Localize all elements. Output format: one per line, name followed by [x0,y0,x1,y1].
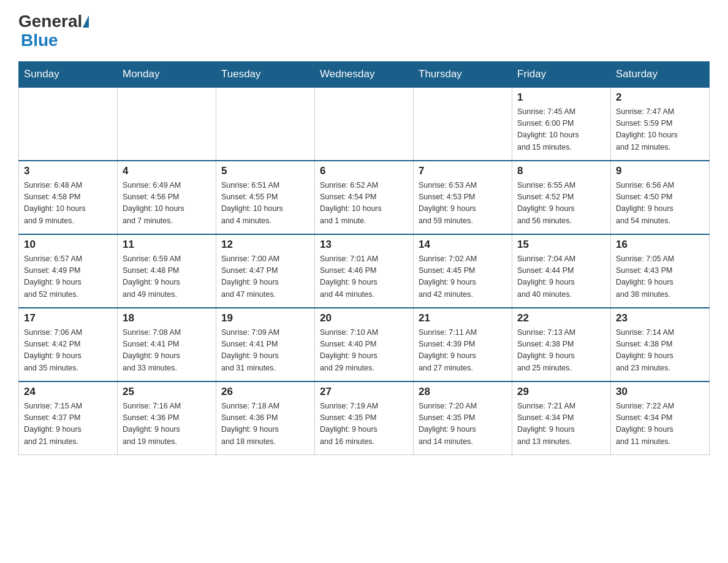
table-cell: 20Sunrise: 7:10 AMSunset: 4:40 PMDayligh… [315,308,414,381]
logo-blue-text: Blue [21,31,58,50]
day-info-text: Sunrise: 6:48 AM [24,180,112,191]
day-info-text: Daylight: 10 hours [123,203,211,215]
day-number: 1 [517,91,605,104]
day-info-text: and 11 minutes. [616,436,704,448]
table-cell: 26Sunrise: 7:18 AMSunset: 4:36 PMDayligh… [216,381,315,455]
day-info-text: and 9 minutes. [24,215,112,227]
table-cell: 19Sunrise: 7:09 AMSunset: 4:41 PMDayligh… [216,308,315,381]
day-info-text: and 42 minutes. [419,289,507,301]
day-info-text: Sunset: 4:54 PM [320,191,408,203]
logo-triangle-icon [83,15,89,28]
day-info-text: Sunrise: 7:21 AM [517,400,605,412]
day-info-text: and 15 minutes. [517,142,605,153]
day-number: 10 [24,239,112,251]
day-info-text: Daylight: 9 hours [517,424,605,435]
day-info-text: Sunrise: 7:45 AM [517,106,605,118]
day-info-text: Sunset: 4:49 PM [24,265,112,277]
day-info-text: Sunrise: 7:22 AM [616,400,704,412]
day-info-text: Daylight: 10 hours [24,203,112,215]
day-info-text: Daylight: 10 hours [517,129,605,141]
day-info-text: Sunrise: 7:01 AM [320,253,408,265]
header-tuesday: Tuesday [216,61,315,87]
day-number: 23 [616,312,704,324]
day-info-text: Sunrise: 7:20 AM [419,400,507,412]
day-number: 12 [221,239,309,251]
day-info-text: Sunset: 5:59 PM [616,118,704,129]
table-cell: 8Sunrise: 6:55 AMSunset: 4:52 PMDaylight… [512,161,611,234]
day-info-text: and 31 minutes. [221,362,309,374]
table-cell: 29Sunrise: 7:21 AMSunset: 4:34 PMDayligh… [512,381,611,455]
day-info-text: Daylight: 9 hours [24,277,112,288]
day-info-text: Sunrise: 6:55 AM [517,180,605,191]
day-info-text: Daylight: 9 hours [24,350,112,362]
table-cell: 25Sunrise: 7:16 AMSunset: 4:36 PMDayligh… [118,381,216,455]
day-number: 27 [320,386,408,398]
day-number: 13 [320,239,408,251]
day-info-text: and 27 minutes. [419,362,507,374]
day-number: 5 [221,165,309,177]
day-info-text: Sunset: 4:38 PM [616,339,704,350]
table-cell [414,87,512,161]
day-info-text: and 14 minutes. [419,436,507,448]
table-cell: 27Sunrise: 7:19 AMSunset: 4:35 PMDayligh… [315,381,414,455]
day-number: 14 [419,239,507,251]
table-cell: 12Sunrise: 7:00 AMSunset: 4:47 PMDayligh… [216,234,315,308]
table-cell [19,87,118,161]
day-number: 7 [419,165,507,177]
day-info-text: Sunrise: 6:49 AM [123,180,211,191]
day-info-text: Daylight: 9 hours [123,350,211,362]
day-info-text: Daylight: 9 hours [221,424,309,435]
day-info-text: Daylight: 9 hours [616,277,704,288]
day-info-text: Daylight: 9 hours [616,424,704,435]
day-info-text: and 29 minutes. [320,362,408,374]
table-cell: 13Sunrise: 7:01 AMSunset: 4:46 PMDayligh… [315,234,414,308]
day-info-text: and 25 minutes. [517,362,605,374]
day-info-text: Sunset: 4:40 PM [320,339,408,350]
day-info-text: Daylight: 10 hours [221,203,309,215]
table-cell: 28Sunrise: 7:20 AMSunset: 4:35 PMDayligh… [414,381,512,455]
table-cell [315,87,414,161]
day-info-text: Daylight: 9 hours [320,350,408,362]
day-info-text: and 21 minutes. [24,436,112,448]
week-row-4: 17Sunrise: 7:06 AMSunset: 4:42 PMDayligh… [19,308,710,381]
table-cell: 1Sunrise: 7:45 AMSunset: 6:00 PMDaylight… [512,87,611,161]
day-number: 2 [616,91,704,104]
table-cell: 22Sunrise: 7:13 AMSunset: 4:38 PMDayligh… [512,308,611,381]
day-info-text: and 7 minutes. [123,215,211,227]
day-info-text: Sunset: 4:37 PM [24,412,112,424]
day-info-text: and 33 minutes. [123,362,211,374]
day-info-text: Sunset: 4:48 PM [123,265,211,277]
day-number: 20 [320,312,408,324]
day-info-text: Sunset: 4:44 PM [517,265,605,277]
day-number: 9 [616,165,704,177]
day-info-text: Sunset: 4:41 PM [123,339,211,350]
day-info-text: and 23 minutes. [616,362,704,374]
day-info-text: Sunset: 4:53 PM [419,191,507,203]
day-info-text: Sunset: 4:58 PM [24,191,112,203]
table-cell: 21Sunrise: 7:11 AMSunset: 4:39 PMDayligh… [414,308,512,381]
day-info-text: Sunrise: 7:13 AM [517,327,605,339]
header-friday: Friday [512,61,611,87]
table-cell: 7Sunrise: 6:53 AMSunset: 4:53 PMDaylight… [414,161,512,234]
day-info-text: Sunset: 4:39 PM [419,339,507,350]
day-info-text: and 18 minutes. [221,436,309,448]
day-info-text: Daylight: 9 hours [419,424,507,435]
table-cell: 10Sunrise: 6:57 AMSunset: 4:49 PMDayligh… [19,234,118,308]
day-number: 28 [419,386,507,398]
day-info-text: Daylight: 9 hours [616,203,704,215]
day-info-text: Sunset: 4:52 PM [517,191,605,203]
day-info-text: Sunset: 4:42 PM [24,339,112,350]
day-info-text: Sunset: 4:55 PM [221,191,309,203]
day-info-text: Sunrise: 7:08 AM [123,327,211,339]
day-info-text: and 56 minutes. [517,215,605,227]
day-number: 4 [123,165,211,177]
header-sunday: Sunday [19,61,118,87]
week-row-2: 3Sunrise: 6:48 AMSunset: 4:58 PMDaylight… [19,161,710,234]
day-info-text: and 16 minutes. [320,436,408,448]
table-cell: 24Sunrise: 7:15 AMSunset: 4:37 PMDayligh… [19,381,118,455]
day-info-text: Daylight: 9 hours [221,277,309,288]
day-info-text: Sunrise: 7:06 AM [24,327,112,339]
day-number: 29 [517,386,605,398]
day-info-text: Daylight: 9 hours [123,424,211,435]
table-cell [118,87,216,161]
